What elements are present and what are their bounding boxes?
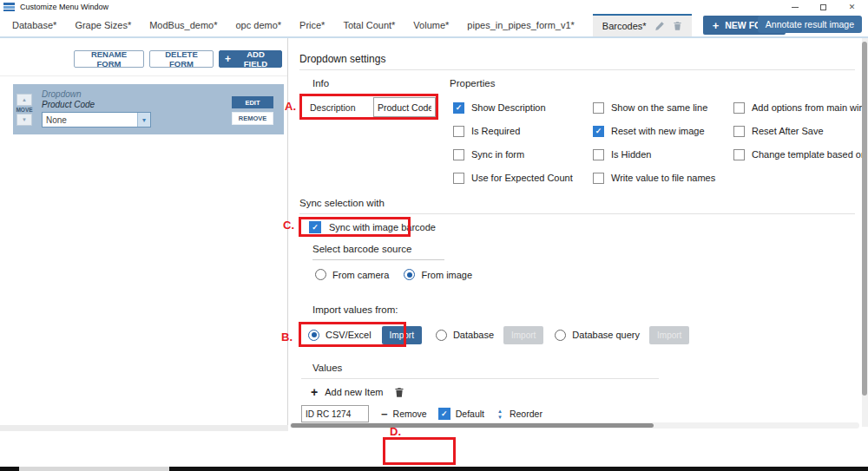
tab-volume[interactable]: Volume* <box>413 20 449 30</box>
window-title: Customize Menu Window <box>20 3 108 11</box>
sync-heading: Sync selection with <box>299 198 385 208</box>
tab-database[interactable]: Database* <box>12 20 56 30</box>
field-name-label: Product Code <box>42 100 95 109</box>
checkbox-reset-after-save[interactable]: ✓ <box>733 126 745 137</box>
delete-items-trash-icon[interactable] <box>394 387 404 398</box>
add-new-item-button[interactable]: Add new Item <box>325 387 383 397</box>
radio-database-query[interactable] <box>555 330 566 341</box>
checkbox-use-expected-count[interactable]: ✓ <box>453 173 464 184</box>
checkbox-sync-image-barcode[interactable]: ✓ <box>309 221 321 233</box>
reorder-up-button[interactable]: ▲ <box>497 409 503 414</box>
form-fields-panel: RENAME FORM DELETE FORM + ADD FIELD ▲ MO… <box>0 38 288 425</box>
checkbox-label: Reset with new image <box>611 126 705 136</box>
import-heading: Import values from: <box>312 304 398 315</box>
plus-icon: + <box>713 19 720 32</box>
minimize-button[interactable] <box>780 0 809 14</box>
checkbox-is-hidden[interactable]: ✓ <box>593 149 604 160</box>
property-row-empty <box>733 172 868 184</box>
description-input[interactable] <box>373 97 436 117</box>
value-item-row: − Remove ✓ Default ▲ ▼ Reorder <box>301 405 542 422</box>
checkbox-label: Change template based on valu <box>752 149 868 160</box>
tab-modbus-demo[interactable]: ModBus_demo* <box>149 20 217 30</box>
arrow-down-icon: ▼ <box>497 415 503 420</box>
radio-csv-excel[interactable] <box>308 330 319 341</box>
field-dropdown[interactable]: None ▾ <box>42 112 151 128</box>
checkbox-write-value-filenames[interactable]: ✓ <box>593 173 604 184</box>
property-row: ✓ Reset with new image <box>593 125 733 137</box>
checkbox-add-options-main-window[interactable]: ✓ <box>733 102 745 114</box>
plus-icon: + <box>311 386 318 398</box>
description-label: Description <box>310 102 356 113</box>
checkbox-show-same-line[interactable]: ✓ <box>593 102 604 114</box>
checkbox-change-template[interactable]: ✓ <box>733 149 745 160</box>
tab-grape-sizes[interactable]: Grape Sizes* <box>75 20 131 30</box>
import-csv-button[interactable]: Import <box>382 326 422 344</box>
check-icon: ✓ <box>456 104 463 112</box>
checkbox-is-required[interactable]: ✓ <box>453 126 464 137</box>
delete-tab-trash-icon[interactable] <box>673 21 682 31</box>
checkbox-show-description[interactable]: ✓ <box>453 102 464 114</box>
check-icon: ✓ <box>595 128 602 135</box>
value-item-input[interactable] <box>301 405 369 422</box>
tab-barcodes-label: Barcodes* <box>602 21 647 31</box>
barcode-source-radios: From camera From image <box>315 269 472 280</box>
add-field-label: ADD FIELD <box>235 49 276 69</box>
move-up-button[interactable]: ▲ <box>16 94 32 106</box>
property-row: ✓ Is Required <box>453 125 593 137</box>
rename-form-button[interactable]: RENAME FORM <box>74 50 144 68</box>
radio-from-camera[interactable] <box>315 269 326 280</box>
minimize-icon <box>792 7 799 8</box>
radio-from-image[interactable] <box>404 269 415 280</box>
horizontal-scrollbar-thumb[interactable] <box>291 423 654 428</box>
checkbox-label: Show on the same line <box>611 102 707 113</box>
check-icon: ✓ <box>441 410 448 418</box>
barcode-source-heading: Select barcode source <box>312 244 411 254</box>
annotate-result-image-button[interactable]: Annotate result image <box>758 16 862 33</box>
values-heading: Values <box>312 363 342 373</box>
property-row: ✓ Reset After Save <box>733 125 868 137</box>
radio-label: Database query <box>572 330 640 340</box>
move-control: ▲ MOVE ▼ <box>16 94 32 126</box>
property-row: ✓ Write value to file names <box>593 172 733 184</box>
check-icon: ✓ <box>312 224 319 232</box>
property-row: ✓ Sync in form <box>453 148 593 160</box>
property-row: ✓ Show on the same line <box>593 101 733 114</box>
remove-field-button[interactable]: REMOVE <box>232 112 273 125</box>
tab-price[interactable]: Price* <box>299 20 325 30</box>
delete-form-button[interactable]: DELETE FORM <box>149 50 214 68</box>
close-icon: ✕ <box>849 3 856 11</box>
dropdown-settings-panel: Dropdown settings Info Description Prope… <box>288 38 868 428</box>
rename-tab-pencil-icon[interactable] <box>654 21 665 31</box>
arrow-up-icon: ▲ <box>22 97 27 102</box>
edit-field-button[interactable]: EDIT <box>232 96 273 108</box>
move-down-button[interactable]: ▼ <box>16 114 32 126</box>
arrow-down-icon: ▼ <box>22 117 27 122</box>
remove-item-button[interactable]: − Remove <box>381 409 427 420</box>
property-row: ✓ Change template based on valu <box>733 148 868 160</box>
reorder-down-button[interactable]: ▼ <box>497 415 503 420</box>
checkbox-reset-with-new-image[interactable]: ✓ <box>593 126 604 137</box>
property-row: ✓ Use for Expected Count <box>453 172 593 184</box>
maximize-button[interactable] <box>809 0 838 14</box>
minus-icon: − <box>381 409 388 420</box>
add-field-button[interactable]: + ADD FIELD <box>219 50 282 68</box>
checkbox-default[interactable]: ✓ <box>438 408 450 420</box>
tab-total-count[interactable]: Total Count* <box>343 20 395 30</box>
radio-label: CSV/Excel <box>326 330 372 340</box>
checkbox-label: Use for Expected Count <box>471 173 573 183</box>
checkbox-sync-in-form[interactable]: ✓ <box>453 149 464 160</box>
arrow-up-icon: ▲ <box>497 409 503 414</box>
checkbox-label: Write value to file names <box>611 173 715 183</box>
tab-opc-demo[interactable]: opc demo* <box>235 20 281 30</box>
taskbar-active-app-segment <box>19 467 169 471</box>
customize-menu-window: Customize Menu Window ✕ Database* Grape … <box>0 0 868 471</box>
footer-bar: Download Forms Upload Form Save & Exit C… <box>0 431 868 467</box>
vertical-scrollbar-thumb[interactable] <box>862 42 867 396</box>
maximize-icon <box>820 4 826 10</box>
close-button[interactable]: ✕ <box>838 0 866 14</box>
settings-title: Dropdown settings <box>299 53 385 65</box>
tab-pipes-in-pipes-form[interactable]: pipes_in_pipes_form_v1* <box>467 20 575 30</box>
tab-barcodes-active[interactable]: Barcodes* <box>593 14 692 36</box>
import-database-button: Import <box>503 326 543 344</box>
radio-database[interactable] <box>436 330 447 341</box>
